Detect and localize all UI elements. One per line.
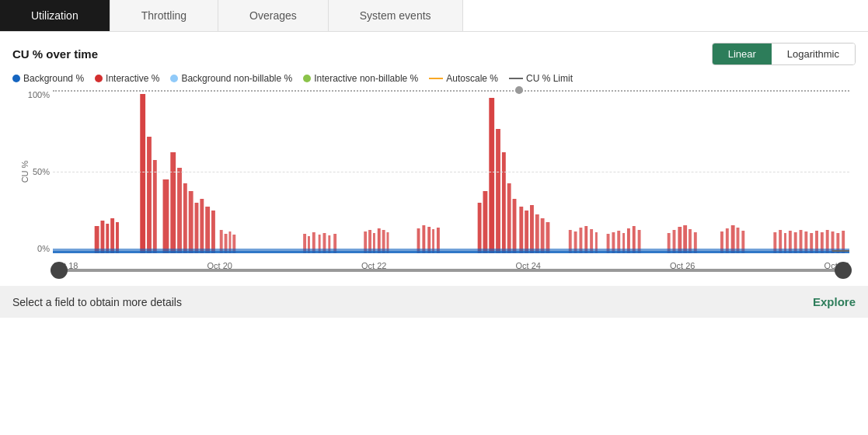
svg-rect-43 <box>502 152 506 253</box>
legend-label-autoscale: Autoscale % <box>446 73 498 84</box>
y-tick-100: 100% <box>28 90 50 99</box>
svg-rect-8 <box>163 179 169 253</box>
svg-rect-9 <box>170 152 176 253</box>
chart-section: CU % over time Linear Logarithmic Backgr… <box>0 32 868 281</box>
slider-thumb-left[interactable] <box>51 262 68 279</box>
svg-rect-42 <box>496 129 500 253</box>
svg-rect-10 <box>177 168 182 253</box>
svg-rect-39 <box>478 203 482 253</box>
y-tick-0: 0% <box>37 244 50 253</box>
legend-interactive-nonbillable: Interactive non-billable % <box>303 73 418 84</box>
threshold-marker <box>515 86 523 94</box>
cu-limit-line-end <box>832 250 849 252</box>
tab-overages[interactable]: Overages <box>218 0 329 31</box>
legend-label-background: Background % <box>23 73 84 84</box>
legend-line-cu-limit <box>509 78 523 79</box>
chart-header: CU % over time Linear Logarithmic <box>12 43 856 65</box>
legend-dot-bg-nonbillable <box>170 75 178 82</box>
legend-label-interactive-nonbillable: Interactive non-billable % <box>314 73 418 84</box>
svg-rect-11 <box>183 183 187 253</box>
svg-rect-1 <box>101 221 105 253</box>
explore-button[interactable]: Explore <box>813 295 856 308</box>
tab-throttling[interactable]: Throttling <box>110 0 218 31</box>
legend-autoscale: Autoscale % <box>429 73 498 84</box>
slider-track <box>59 269 843 272</box>
svg-rect-6 <box>147 137 152 253</box>
y-tick-50: 50% <box>33 167 50 176</box>
legend-background: Background % <box>12 73 84 84</box>
legend-label-bg-nonbillable: Background non-billable % <box>181 73 292 84</box>
slider-thumb-right[interactable] <box>835 262 852 279</box>
svg-rect-41 <box>489 98 494 253</box>
tab-bar: Utilization Throttling Overages System e… <box>0 0 868 32</box>
svg-rect-46 <box>519 207 523 253</box>
legend-dot-interactive-nonbillable <box>303 75 311 82</box>
svg-rect-14 <box>200 199 204 253</box>
svg-rect-44 <box>507 183 511 253</box>
svg-rect-50 <box>541 218 545 253</box>
bottom-bar: Select a field to obtain more details Ex… <box>0 286 868 318</box>
tab-system-events[interactable]: System events <box>329 0 463 31</box>
legend-line-autoscale <box>429 78 443 79</box>
svg-rect-5 <box>140 94 145 253</box>
legend-label-cu-limit: CU % Limit <box>526 73 573 84</box>
svg-rect-15 <box>205 207 210 253</box>
svg-rect-13 <box>195 203 199 253</box>
slider-fill <box>59 269 843 272</box>
legend-dot-background <box>12 75 20 82</box>
svg-rect-45 <box>513 199 517 253</box>
time-range-slider[interactable] <box>59 259 843 281</box>
grid-line-100 <box>53 90 849 92</box>
svg-rect-40 <box>483 191 488 253</box>
svg-rect-16 <box>211 211 215 253</box>
svg-rect-7 <box>153 160 157 253</box>
grid-line-50 <box>53 172 849 172</box>
scale-logarithmic-button[interactable]: Logarithmic <box>772 44 855 64</box>
legend-dot-interactive <box>95 75 103 82</box>
svg-rect-12 <box>189 191 193 253</box>
chart-title: CU % over time <box>12 47 98 61</box>
scale-linear-button[interactable]: Linear <box>713 44 772 64</box>
legend-label-interactive: Interactive % <box>106 73 159 84</box>
svg-rect-3 <box>110 218 114 253</box>
legend-cu-limit: CU % Limit <box>509 73 573 84</box>
legend-bg-nonbillable: Background non-billable % <box>170 73 292 84</box>
background-line <box>53 251 849 253</box>
bottom-bar-text: Select a field to obtain more details <box>12 296 182 308</box>
tab-utilization[interactable]: Utilization <box>0 0 110 31</box>
svg-rect-47 <box>525 211 528 253</box>
svg-rect-48 <box>530 205 534 253</box>
svg-rect-49 <box>535 214 539 253</box>
legend-interactive: Interactive % <box>95 73 159 84</box>
scale-toggle: Linear Logarithmic <box>712 43 856 65</box>
chart-legend: Background % Interactive % Background no… <box>12 73 856 84</box>
